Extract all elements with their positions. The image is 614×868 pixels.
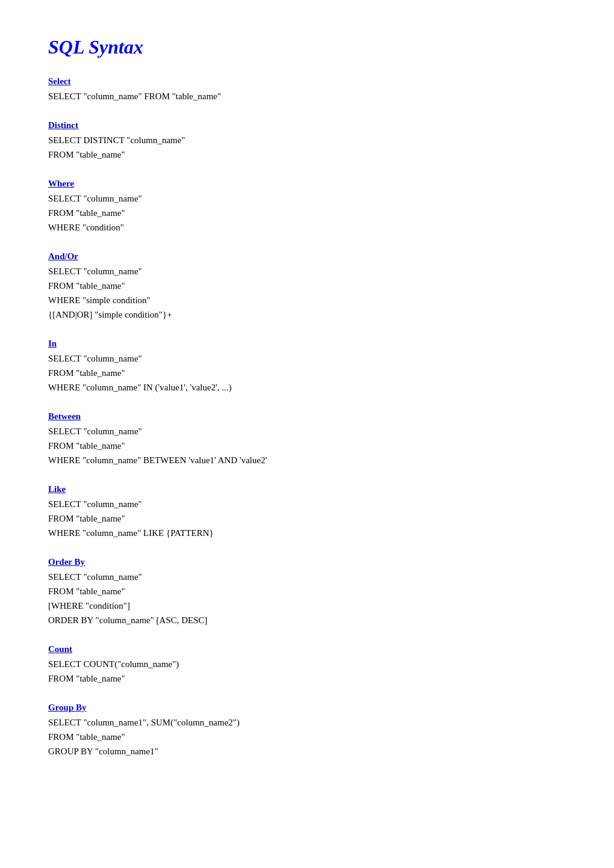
code-line: WHERE "column_name" BETWEEN 'value1' AND…: [48, 453, 566, 467]
code-line: WHERE "condition": [48, 220, 566, 235]
code-line: SELECT "column_name": [48, 570, 566, 584]
section-count: CountSELECT COUNT("column_name")FROM "ta…: [48, 644, 566, 686]
page-title: SQL Syntax: [48, 36, 566, 58]
section-where: WhereSELECT "column_name"FROM "table_nam…: [48, 179, 566, 235]
link-distinct[interactable]: Distinct: [48, 120, 78, 131]
code-between: SELECT "column_name"FROM "table_name"WHE…: [48, 424, 566, 467]
link-between[interactable]: Between: [48, 411, 81, 422]
section-group-by: Group BySELECT "column_name1", SUM("colu…: [48, 703, 566, 759]
code-count: SELECT COUNT("column_name")FROM "table_n…: [48, 657, 566, 686]
code-line: SELECT "column_name": [48, 497, 566, 511]
code-line: SELECT "column_name": [48, 351, 566, 366]
section-select: SelectSELECT "column_name" FROM "table_n…: [48, 76, 566, 103]
code-line: SELECT DISTINCT "column_name": [48, 133, 566, 147]
code-line: WHERE "column_name" IN ('value1', 'value…: [48, 380, 566, 395]
link-count[interactable]: Count: [48, 644, 72, 654]
code-where: SELECT "column_name"FROM "table_name"WHE…: [48, 191, 566, 235]
code-select: SELECT "column_name" FROM "table_name": [48, 89, 566, 103]
code-line: SELECT COUNT("column_name"): [48, 657, 566, 671]
code-line: FROM "table_name": [48, 279, 566, 293]
section-distinct: DistinctSELECT DISTINCT "column_name"FRO…: [48, 120, 566, 162]
code-line: FROM "table_name": [48, 584, 566, 599]
code-line: [WHERE "condition"]: [48, 599, 566, 613]
code-line: SELECT "column_name": [48, 264, 566, 279]
code-line: SELECT "column_name1", SUM("column_name2…: [48, 715, 566, 730]
section-like: LikeSELECT "column_name"FROM "table_name…: [48, 484, 566, 540]
code-line: FROM "table_name": [48, 366, 566, 380]
section-in: InSELECT "column_name"FROM "table_name"W…: [48, 339, 566, 395]
link-order-by[interactable]: Order By: [48, 557, 85, 567]
code-line: {[AND|OR] "simple condition"}+: [48, 307, 566, 322]
code-line: FROM "table_name": [48, 439, 566, 453]
link-where[interactable]: Where: [48, 179, 74, 189]
section-between: BetweenSELECT "column_name"FROM "table_n…: [48, 411, 566, 467]
link-select[interactable]: Select: [48, 76, 70, 87]
code-line: GROUP BY "column_name1": [48, 744, 566, 759]
code-in: SELECT "column_name"FROM "table_name"WHE…: [48, 351, 566, 395]
link-like[interactable]: Like: [48, 484, 66, 494]
code-and-or: SELECT "column_name"FROM "table_name"WHE…: [48, 264, 566, 322]
section-order-by: Order BySELECT "column_name"FROM "table_…: [48, 557, 566, 627]
code-line: WHERE "column_name" LIKE {PATTERN}: [48, 526, 566, 540]
code-like: SELECT "column_name"FROM "table_name"WHE…: [48, 497, 566, 540]
code-line: FROM "table_name": [48, 147, 566, 162]
code-line: FROM "table_name": [48, 511, 566, 526]
code-line: WHERE "simple condition": [48, 293, 566, 307]
link-in[interactable]: In: [48, 339, 57, 349]
code-line: ORDER BY "column_name" [ASC, DESC]: [48, 613, 566, 627]
code-distinct: SELECT DISTINCT "column_name"FROM "table…: [48, 133, 566, 162]
code-order-by: SELECT "column_name"FROM "table_name"[WH…: [48, 570, 566, 627]
code-line: FROM "table_name": [48, 671, 566, 686]
code-line: FROM "table_name": [48, 206, 566, 220]
code-line: SELECT "column_name": [48, 191, 566, 206]
section-and-or: And/OrSELECT "column_name"FROM "table_na…: [48, 251, 566, 322]
code-line: SELECT "column_name": [48, 424, 566, 439]
code-line: FROM "table_name": [48, 730, 566, 744]
link-and-or[interactable]: And/Or: [48, 251, 78, 262]
link-group-by[interactable]: Group By: [48, 703, 87, 713]
code-line: SELECT "column_name" FROM "table_name": [48, 89, 566, 103]
code-group-by: SELECT "column_name1", SUM("column_name2…: [48, 715, 566, 759]
